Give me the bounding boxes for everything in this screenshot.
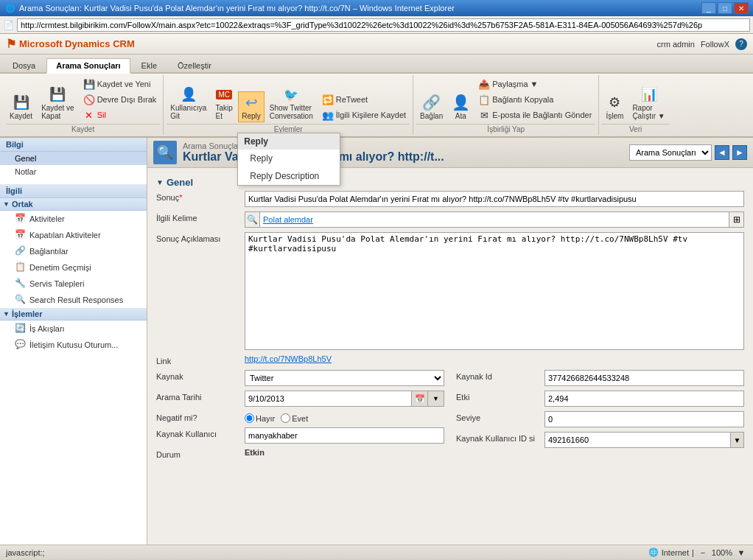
negatif-hayir-radio[interactable] <box>245 413 254 423</box>
kaynak-kullanici-id-input[interactable] <box>544 432 731 448</box>
seviye-row: Seviye <box>456 411 744 427</box>
address-bar: 📄 <box>0 16 753 34</box>
servis-label: Servis Talepleri <box>29 279 84 288</box>
eposta-baglanti-button[interactable]: ✉ E-posta ile Bağlantı Gönder <box>474 108 595 122</box>
user-name: crm admin <box>657 40 695 49</box>
tab-ozellestir[interactable]: Özelleştir <box>168 58 221 72</box>
sidebar-bilgi-title: Bilgi <box>0 138 147 152</box>
negatif-evet-option[interactable]: Evet <box>281 413 308 423</box>
date-clear-button[interactable]: ▼ <box>428 391 444 407</box>
rapor-button[interactable]: 📊 RaporÇalıştır ▼ <box>628 83 668 122</box>
sidebar-islemler-header[interactable]: ▼ İşlemler <box>0 308 147 321</box>
dropdown-header: Reply <box>238 133 340 150</box>
ata-button[interactable]: 👤 Ata <box>448 91 473 122</box>
sidebar-item-aktiviteler[interactable]: 📅 Aktiviteler <box>0 211 147 227</box>
date-picker-button[interactable]: 📅 <box>412 391 428 407</box>
kullanici-git-button[interactable]: 👤 KullanıcıyaGit <box>167 83 210 122</box>
help-button[interactable]: ? <box>735 38 747 50</box>
kaynak-select[interactable]: Twitter Facebook RSS Diğer <box>245 370 444 386</box>
lookup-value[interactable]: Polat alemdar <box>260 212 729 227</box>
sil-button[interactable]: ✕ Sil <box>80 108 161 122</box>
sonuc-row: Sonuç* <box>156 191 744 207</box>
main-layout: Bilgi Genel Notlar İlgili ▼ Ortak 📅 Akti… <box>0 138 753 545</box>
kaynak-kullanici-id-dropdown[interactable]: ▼ <box>731 432 744 448</box>
paylasma-button[interactable]: 📤 Paylaşma ▼ <box>474 77 595 91</box>
ilgili-kisiler-button[interactable]: 👥 İlgili Kişilere Kaydet <box>318 108 410 122</box>
arama-tarihi-row: Arama Tarihi 📅 ▼ <box>156 391 444 407</box>
globe-icon: 🌐 <box>648 547 659 557</box>
sonuc-input[interactable] <box>245 191 744 207</box>
negatif-hayir-option[interactable]: Hayır <box>245 413 275 423</box>
sidebar-ilgili-title: İlgili <box>0 184 147 198</box>
link-value[interactable]: http://t.co/7NWBp8Lh5V <box>245 354 332 363</box>
ribbon-group-eylemler: 👤 KullanıcıyaGit MC TakipEt ↩ Reply Repl… <box>164 75 413 135</box>
arama-tarihi-input[interactable] <box>245 391 412 407</box>
ilgili-kelime-row: İlgili Kelime 🔍 Polat alemdar ⊞ <box>156 211 744 228</box>
etki-input[interactable] <box>544 391 744 407</box>
sidebar-item-iletisim[interactable]: 💬 İletişim Kutusu Oturum... <box>0 337 147 353</box>
status-bar: javascript:; 🌐 Internet | − 100% ▼ <box>0 545 753 559</box>
devre-disi-button[interactable]: 🚫 Devre Dışı Bırak <box>80 92 161 107</box>
kaynak-kullanici-input[interactable] <box>245 427 444 444</box>
nav-dropdown[interactable]: Arama Sonuçları <box>629 144 712 161</box>
kapativiteler-icon: 📅 <box>15 229 27 241</box>
sidebar-item-kapativiteler[interactable]: 📅 Kapatılan Aktiviteler <box>0 227 147 243</box>
ribbon-group-veri: ⚙ İşlem 📊 RaporÇalıştır ▼ Veri <box>599 75 671 135</box>
show-twitter-button[interactable]: 🐦 Show TwitterConversation <box>266 83 317 122</box>
form-section: ▼ Genel Sonuç* İlgili Kelime 🔍 Polat ale… <box>147 168 753 469</box>
is-akislari-label: İş Akışları <box>29 324 65 333</box>
search-result-label: Search Result Responses <box>29 295 123 304</box>
nav-next-button[interactable]: ► <box>732 145 747 160</box>
close-button[interactable]: ✕ <box>734 2 749 14</box>
sidebar-item-notlar[interactable]: Notlar <box>0 165 147 178</box>
dropdown-reply-item[interactable]: Reply <box>238 150 340 167</box>
zoom-out-button[interactable]: − <box>697 547 709 559</box>
dropdown-reply-desc-item[interactable]: Reply Description <box>238 167 340 185</box>
zoom-level: Internet <box>662 548 689 557</box>
negatif-evet-radio[interactable] <box>281 413 290 423</box>
kaydet-buttons: 💾 Kaydet 💾 Kaydet veKapat 💾 Kaydet ve Ye… <box>6 77 160 122</box>
isbirligi-group-label: İşbirliği Yap <box>416 124 595 133</box>
seviye-input[interactable] <box>544 411 744 427</box>
baglanti-kopyala-button[interactable]: 📋 Bağlantı Kopyala <box>474 92 595 107</box>
tab-dosya[interactable]: Dosya <box>3 58 45 72</box>
retweet-button[interactable]: 🔁 ReTweet <box>318 92 410 107</box>
kaydet-button[interactable]: 💾 Kaydet <box>6 91 36 122</box>
two-col-section: Kaynak Twitter Facebook RSS Diğer <box>156 370 744 463</box>
sidebar-item-baglantiler[interactable]: 🔗 Bağlantılar <box>0 243 147 259</box>
link-row: Link http://t.co/7NWBp8Lh5V <box>156 354 744 365</box>
content-scroll[interactable]: ▼ Genel Sonuç* İlgili Kelime 🔍 Polat ale… <box>147 168 753 485</box>
minimize-button[interactable]: _ <box>701 2 716 14</box>
iletisim-label: İletişim Kutusu Oturum... <box>29 340 118 349</box>
sonuc-aciklama-input[interactable]: Kurtlar Vadisi Pusu'da Polat Alemdar'ın … <box>245 232 744 350</box>
kaydet-kapat-button[interactable]: 💾 Kaydet veKapat <box>38 83 77 122</box>
kaynak-id-input[interactable] <box>544 370 744 386</box>
kullanici-git-icon: 👤 <box>180 85 197 103</box>
kaydet-group-label: Kaydet <box>6 124 160 133</box>
show-twitter-label: Show TwitterConversation <box>270 104 313 120</box>
islem-button[interactable]: ⚙ İşlem <box>602 91 627 122</box>
kullanici-git-label: KullanıcıyaGit <box>170 104 206 120</box>
sidebar-item-denetim[interactable]: 📋 Denetim Geçmişi <box>0 259 147 276</box>
sidebar-item-search-result[interactable]: 🔍 Search Result Responses <box>0 292 147 308</box>
tab-ekle[interactable]: Ekle <box>132 58 167 72</box>
baglan-button[interactable]: 🔗 Bağlan <box>416 91 446 122</box>
ilgili-kelime-field: 🔍 Polat alemdar ⊞ <box>245 211 744 228</box>
etki-label: Etki <box>456 391 544 402</box>
zoom-dropdown-button[interactable]: ▼ <box>735 547 747 559</box>
takip-et-button[interactable]: MC TakipEt <box>211 83 237 122</box>
nav-prev-button[interactable]: ◄ <box>715 145 729 160</box>
sidebar-item-servis[interactable]: 🔧 Servis Talepleri <box>0 276 147 292</box>
sidebar-item-is-akislari[interactable]: 🔄 İş Akışları <box>0 321 147 337</box>
maximize-button[interactable]: □ <box>718 2 732 14</box>
tab-arama-sonuclari[interactable]: Arama Sonuçları <box>46 58 130 74</box>
sidebar-ortak-header[interactable]: ▼ Ortak <box>0 198 147 211</box>
app-logo: ⚑ Microsoft Dynamics CRM <box>6 37 135 51</box>
window-controls[interactable]: _ □ ✕ <box>701 2 749 14</box>
etki-row: Etki <box>456 391 744 407</box>
kaydet-yeni-button[interactable]: 💾 Kaydet ve Yeni <box>80 77 161 91</box>
address-input[interactable] <box>17 18 750 32</box>
sidebar-item-genel[interactable]: Genel <box>0 152 147 165</box>
lookup-search-button[interactable]: ⊞ <box>729 212 743 227</box>
reply-button[interactable]: ↩ Reply Reply Reply Reply Description <box>238 91 265 122</box>
